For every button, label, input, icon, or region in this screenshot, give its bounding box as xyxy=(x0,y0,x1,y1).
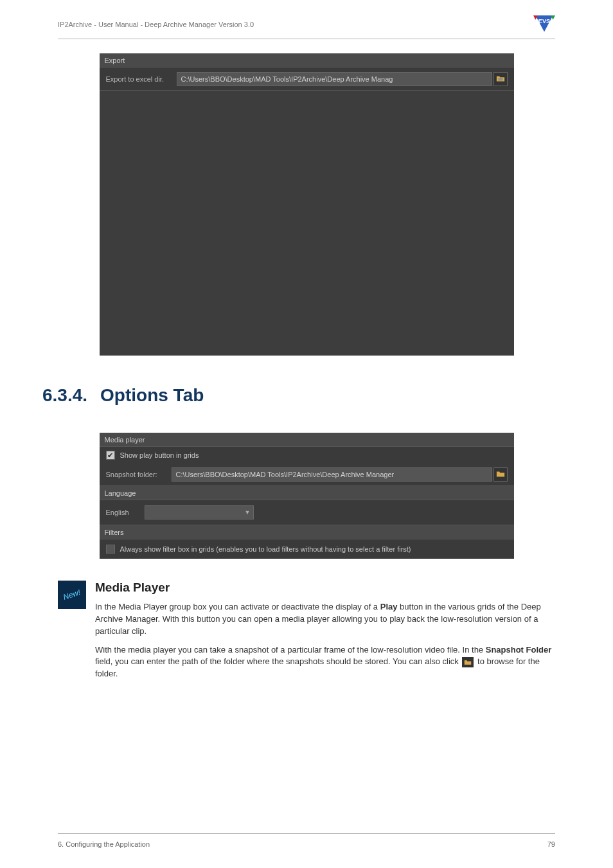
new-badge-text: New! xyxy=(62,588,82,602)
para2-bold: Snapshot Folder xyxy=(486,645,552,655)
media-player-paragraph-1: In the Media Player group box you can ac… xyxy=(95,601,555,638)
media-player-heading: Media Player xyxy=(95,581,555,595)
export-dir-input[interactable]: C:\Users\BBO\Desktop\MAD Tools\IP2Archiv… xyxy=(177,72,492,86)
svg-rect-4 xyxy=(498,78,502,80)
snapshot-browse-button[interactable] xyxy=(493,467,508,482)
show-play-checkbox[interactable]: ✔ xyxy=(106,451,115,460)
folder-icon xyxy=(496,469,505,480)
export-settings-screenshot: Export Export to excel dir. C:\Users\BBO… xyxy=(100,53,514,356)
para2-text-c: field, you can enter the path of the fol… xyxy=(95,656,461,666)
media-player-paragraph-2: With the media player you can take a sna… xyxy=(95,644,555,681)
export-dir-label: Export to excel dir. xyxy=(106,75,177,83)
options-tab-screenshot: Media player ✔ Show play button in grids… xyxy=(100,433,514,559)
para1-bold: Play xyxy=(380,602,398,611)
section-heading: 6.3.4. Options Tab xyxy=(42,385,555,406)
always-show-filter-checkbox[interactable]: ✔ xyxy=(106,545,115,554)
export-browse-button[interactable] xyxy=(493,72,508,86)
page-footer: 6. Configuring the Application 79 xyxy=(58,833,555,848)
breadcrumb: IP2Archive - User Manual - Deep Archive … xyxy=(58,21,254,28)
show-play-label: Show play button in grids xyxy=(120,451,199,459)
always-show-filter-label: Always show filter box in grids (enables… xyxy=(120,545,411,553)
svg-text:EVS: EVS xyxy=(538,18,551,24)
media-player-group-title: Media player xyxy=(100,433,514,447)
page-header: IP2Archive - User Manual - Deep Archive … xyxy=(58,0,555,39)
footer-right: 79 xyxy=(547,840,555,848)
section-number: 6.3.4. xyxy=(42,385,87,406)
filters-group-title: Filters xyxy=(100,525,514,539)
language-label: English xyxy=(106,509,138,516)
new-badge: New! xyxy=(58,581,86,609)
footer-left: 6. Configuring the Application xyxy=(58,840,150,848)
export-group-title: Export xyxy=(100,53,514,68)
folder-icon xyxy=(462,657,474,667)
para1-text-a: In the Media Player group box you can ac… xyxy=(95,602,380,611)
language-group-title: Language xyxy=(100,486,514,500)
language-select[interactable]: ▼ xyxy=(145,505,254,520)
section-title: Options Tab xyxy=(100,385,204,406)
evs-logo: EVS xyxy=(533,15,555,33)
chevron-down-icon: ▼ xyxy=(245,509,251,516)
para2-text-a: With the media player you can take a sna… xyxy=(95,645,486,655)
folder-icon xyxy=(496,73,505,85)
snapshot-folder-input[interactable]: C:\Users\BBO\Desktop\MAD Tools\IP2Archiv… xyxy=(172,467,492,482)
snapshot-folder-label: Snapshot folder: xyxy=(106,471,172,478)
